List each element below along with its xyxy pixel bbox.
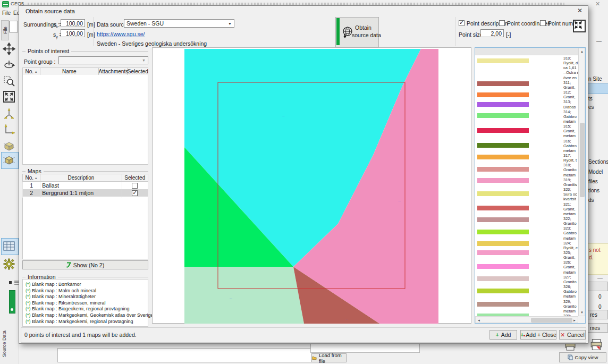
gear-icon[interactable]	[3, 258, 15, 270]
legend-text-line: 326;	[563, 260, 579, 265]
rotate-icon[interactable]	[3, 58, 15, 71]
sgu-link[interactable]: https://www.sgu.se/	[97, 31, 145, 37]
legend-text-line: 323;	[563, 226, 579, 231]
legend-text-line: Granit,	[563, 85, 579, 90]
legend-text-line: metam	[563, 270, 579, 275]
list-icon[interactable]	[13, 280, 19, 285]
sx-input[interactable]: 100,00	[61, 19, 85, 27]
column-header[interactable]: Name	[40, 68, 98, 75]
table-row[interactable]: 2Berggrund 1:1 miljon✓	[23, 189, 148, 197]
clip-box-icon[interactable]	[3, 139, 15, 152]
table-icon[interactable]	[3, 240, 15, 252]
maps-table-empty-area	[22, 198, 148, 259]
point-group-dropdown[interactable]: ▼	[58, 56, 148, 64]
data-source-dropdown[interactable]: Sweden - SGU ▼	[124, 19, 234, 28]
legend-text-line: övre en	[563, 75, 579, 80]
fullscreen-icon	[574, 21, 582, 29]
window-close-button[interactable]: ✕	[595, 1, 600, 7]
copy-view-button[interactable]: Copy view	[559, 352, 606, 362]
cancel-button[interactable]: ✕ Cancel	[559, 330, 586, 340]
menu-file[interactable]: File	[2, 10, 11, 16]
legend-text-line: 313;	[563, 99, 579, 104]
nav-item-fragment[interactable]: files	[588, 179, 598, 184]
legend-color-bar	[477, 58, 529, 63]
nav-item-fragment[interactable]: Sections	[588, 159, 608, 165]
nav-item-fragment[interactable]: n Site	[588, 76, 602, 82]
column-header[interactable]: Selected	[122, 174, 148, 182]
legend-text-line: 312;	[563, 90, 579, 95]
point-size-input[interactable]: 2,00	[480, 29, 504, 37]
nav-item-fragment[interactable]: es	[588, 104, 594, 110]
cancel-icon: ✕	[560, 332, 565, 338]
row-selected-checkbox[interactable]	[132, 183, 138, 189]
vscroll-thumb[interactable]	[580, 123, 585, 197]
box-view-icon[interactable]	[3, 154, 15, 166]
nav-item-fragment[interactable]: ds	[588, 197, 594, 203]
hscroll-thumb[interactable]	[531, 318, 572, 323]
nav-item-fragment[interactable]: tions	[588, 188, 599, 193]
fullscreen-button[interactable]	[573, 20, 586, 32]
load-from-file-button[interactable]: Load from file	[311, 353, 347, 362]
legend-header	[475, 48, 578, 55]
data-source-description: Sweden - Sveriges geologiska undersöknin…	[97, 40, 207, 47]
points-of-interest-table[interactable]: No. ▲NameAttachmentsSelected	[22, 67, 148, 75]
scroll-left-icon[interactable]: ◄	[477, 319, 480, 322]
point-description-checkbox[interactable]	[459, 20, 465, 26]
legend-text-line: 318;	[563, 163, 579, 167]
sy-input[interactable]: 100,00	[61, 29, 85, 37]
file-tab[interactable]: File	[1, 20, 9, 40]
source-data-tab[interactable]: Source Data	[2, 315, 7, 357]
legend-text-line: Granito	[563, 280, 579, 284]
panel-button-fragment[interactable]	[587, 282, 608, 291]
column-header[interactable]: No. ▲	[23, 68, 40, 75]
legend-vscrollbar[interactable]: ▲ ▼	[578, 48, 585, 316]
obtain-source-data-button[interactable]: Obtain source data	[335, 17, 379, 47]
axes-plane-icon[interactable]	[3, 123, 15, 136]
add-close-button[interactable]: + Add + Close	[520, 330, 556, 340]
column-header[interactable]: Selected	[127, 68, 148, 75]
panel-minimize[interactable]: —	[597, 275, 603, 281]
legend-color-bar	[477, 289, 529, 293]
legend-text-line: Gabbro	[563, 114, 579, 119]
map-window-minimize[interactable]: —	[596, 38, 602, 44]
scroll-down-icon[interactable]: ▼	[580, 311, 584, 314]
add-button[interactable]: + Add	[489, 330, 517, 340]
show-icon	[66, 262, 71, 268]
column-header[interactable]: Attachments	[98, 68, 127, 75]
nav-item-fragment[interactable]: ts	[588, 96, 593, 101]
geology-map[interactable]: ···············	[184, 49, 438, 324]
legend-text-line: Gabbro	[563, 289, 579, 294]
zoom-region-icon[interactable]	[3, 74, 15, 87]
panel-button-res[interactable]: res	[587, 310, 608, 319]
column-header[interactable]: No. ▲	[23, 174, 40, 182]
geo5-logo-icon	[2, 1, 9, 7]
legend-color-bar	[477, 102, 529, 107]
legend-text-line: 321;	[563, 202, 579, 207]
legend-hscrollbar[interactable]: ◄ ►	[475, 316, 578, 323]
new-document-icon[interactable]	[9, 21, 18, 32]
name-field[interactable]	[310, 343, 420, 353]
scroll-right-icon[interactable]: ►	[573, 319, 576, 322]
show-button[interactable]: Show (No 2)	[22, 260, 148, 269]
points-of-interest-table-body[interactable]	[22, 75, 148, 165]
row-selected-checkbox[interactable]: ✓	[132, 190, 138, 196]
point-number-checkbox[interactable]	[540, 20, 546, 26]
add-icon: +	[496, 332, 499, 338]
print-preview-icon[interactable]	[590, 338, 603, 351]
move-icon[interactable]	[3, 43, 15, 55]
nav-item-fragment[interactable]: Model	[588, 169, 603, 175]
legend-text-line: metam	[563, 119, 579, 124]
legend-text-line: 311;	[563, 80, 579, 85]
description-field[interactable]	[57, 348, 312, 362]
axes-3d-icon[interactable]	[3, 107, 15, 120]
map-view[interactable]: ···············	[152, 47, 471, 324]
point-coordinates-checkbox[interactable]	[499, 20, 505, 26]
panel-button-rxes[interactable]: rxes	[587, 323, 608, 333]
nav-item-selected[interactable]	[588, 83, 608, 94]
dialog-close-button[interactable]: ✕	[577, 7, 582, 14]
column-header[interactable]: Description	[40, 174, 122, 182]
legend-panel[interactable]: 310;Ryolit, dca 1,61--Östra sövre en311;…	[475, 47, 586, 324]
table-row[interactable]: 1Ballast	[23, 182, 148, 190]
scroll-up-icon[interactable]: ▲	[580, 50, 584, 53]
fit-screen-icon[interactable]	[3, 90, 15, 103]
